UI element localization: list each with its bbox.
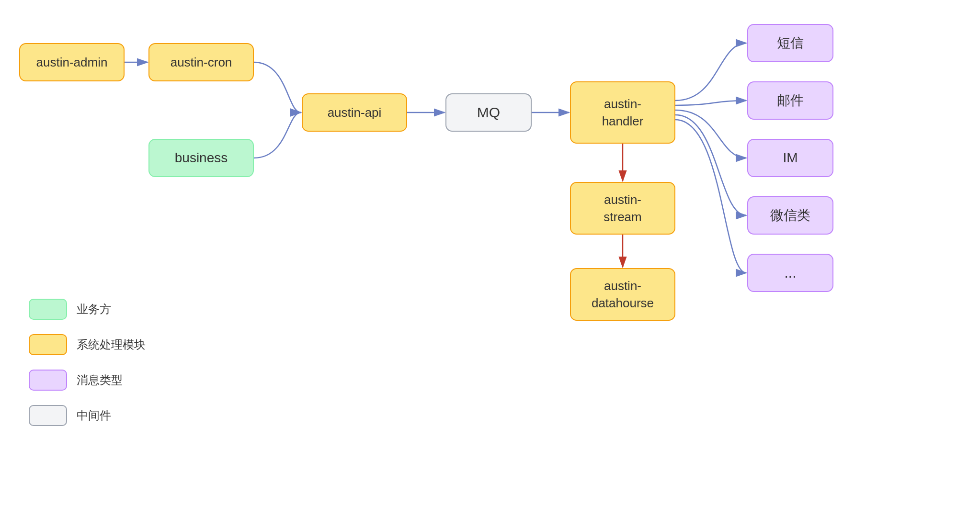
legend-box-orange bbox=[29, 334, 67, 355]
legend-box-purple bbox=[29, 370, 67, 391]
node-wechat: 微信类 bbox=[747, 196, 833, 235]
node-austin-stream: austin- stream bbox=[570, 182, 675, 235]
node-austin-admin: austin-admin bbox=[19, 43, 125, 81]
node-dots: ... bbox=[747, 254, 833, 292]
node-mq: MQ bbox=[445, 93, 532, 132]
node-austin-handler: austin- handler bbox=[570, 81, 675, 144]
node-im: IM bbox=[747, 139, 833, 177]
node-austin-api: austin-api bbox=[302, 93, 407, 132]
node-sms: 短信 bbox=[747, 24, 833, 62]
legend: 业务方 系统处理模块 消息类型 中间件 bbox=[29, 299, 146, 440]
node-business: business bbox=[148, 139, 254, 177]
node-austin-datahourse: austin- datahourse bbox=[570, 268, 675, 321]
legend-item-middleware: 中间件 bbox=[29, 405, 146, 426]
legend-item-business: 业务方 bbox=[29, 299, 146, 320]
legend-item-system: 系统处理模块 bbox=[29, 334, 146, 355]
legend-box-gray bbox=[29, 405, 67, 426]
legend-box-green bbox=[29, 299, 67, 320]
diagram-container: austin-admin austin-cron business austin… bbox=[0, 0, 980, 517]
legend-item-message-type: 消息类型 bbox=[29, 370, 146, 391]
node-austin-cron: austin-cron bbox=[148, 43, 254, 81]
node-email: 邮件 bbox=[747, 81, 833, 120]
